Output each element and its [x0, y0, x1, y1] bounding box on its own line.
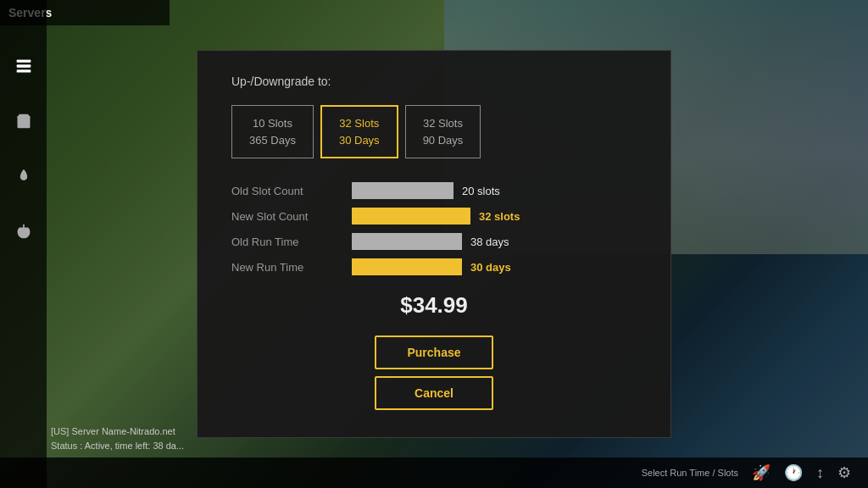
- new-slot-count-row: New Slot Count 32 slots: [231, 208, 637, 225]
- slot-option-3[interactable]: 32 Slots 90 Days: [405, 105, 481, 158]
- new-slot-bar-fill: [352, 208, 470, 225]
- old-run-time-row: Old Run Time 38 days: [231, 233, 637, 250]
- new-slot-count-label: New Slot Count: [231, 210, 342, 223]
- old-slot-bar: 20 slots: [352, 182, 500, 199]
- modal-backdrop: Up-/Downgrade to: 10 Slots 365 Days 32 S…: [0, 0, 868, 488]
- new-run-bar-fill: [352, 258, 462, 275]
- old-run-time-label: Old Run Time: [231, 236, 342, 248]
- new-run-value: 30 days: [470, 261, 511, 274]
- old-slot-bar-fill: [352, 182, 453, 199]
- old-run-bar-fill: [352, 233, 462, 250]
- price-value: $34.99: [400, 292, 468, 318]
- new-slot-value: 32 slots: [479, 210, 520, 223]
- upgrade-downgrade-modal: Up-/Downgrade to: 10 Slots 365 Days 32 S…: [197, 50, 671, 438]
- old-slot-count-row: Old Slot Count 20 slots: [231, 182, 637, 199]
- cancel-button[interactable]: Cancel: [375, 376, 493, 410]
- slot-option-1[interactable]: 10 Slots 365 Days: [231, 105, 314, 158]
- new-run-time-row: New Run Time 30 days: [231, 258, 637, 275]
- old-run-value: 38 days: [470, 236, 509, 248]
- slot-option-2[interactable]: 32 Slots 30 Days: [320, 105, 398, 158]
- purchase-button[interactable]: Purchase: [375, 336, 493, 369]
- old-run-bar: 38 days: [352, 233, 509, 250]
- new-run-bar: 30 days: [352, 258, 511, 275]
- slot-options: 10 Slots 365 Days 32 Slots 30 Days 32 Sl…: [231, 105, 637, 158]
- old-slot-value: 20 slots: [462, 185, 500, 197]
- action-buttons: Purchase Cancel: [231, 336, 637, 410]
- new-run-time-label: New Run Time: [231, 261, 342, 274]
- old-slot-count-label: Old Slot Count: [231, 185, 342, 197]
- info-section: Old Slot Count 20 slots New Slot Count 3…: [231, 182, 637, 275]
- new-slot-bar: 32 slots: [352, 208, 520, 225]
- price-section: $34.99: [231, 292, 637, 319]
- modal-title: Up-/Downgrade to:: [231, 75, 637, 88]
